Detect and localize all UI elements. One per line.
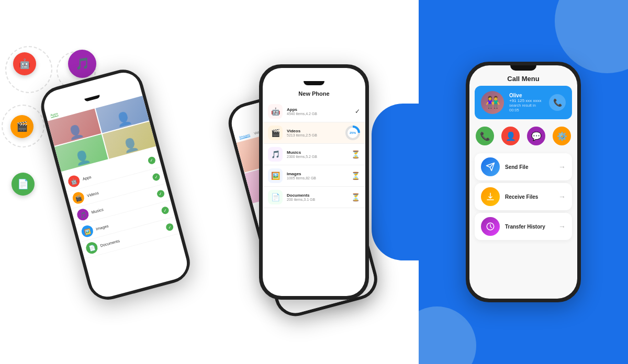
p2-progress-videos: 25% [345,126,360,140]
p2-item-images[interactable]: 🖼️ Images 1005 items,82 GB ⏳ [263,165,365,187]
contact-avatar: 👫 [481,91,504,114]
tab-apps[interactable]: Apps [50,111,59,118]
p2-apps-icon: 🤖 [268,104,283,119]
p2-hourglass-musics: ⏳ [351,150,360,158]
doc-icon: 📄 [12,173,35,196]
video-icon: 🎬 [10,115,33,138]
call-button[interactable]: 📞 [549,94,566,111]
p2-hourglass-images: ⏳ [351,172,360,180]
p2-images-icon: 🖼️ [268,168,283,183]
check-images: ✓ [161,206,170,215]
android-icon: 🤖 [13,52,36,75]
p2-documents-icon: 📄 [268,190,283,204]
right-section: Call Menu 👫 Olive +91 125 xxx xxxx searc… [419,0,628,364]
check-documents: ✓ [165,223,174,232]
action-buttons: 📞 👤 💬 ⚙️ [469,124,577,151]
phone3-screen: Call Menu 👫 Olive +91 125 xxx xxxx searc… [469,65,577,299]
contact-info: Olive +91 125 xxx xxxx search result in … [509,93,544,112]
p2-item-musics[interactable]: 🎵 Musics 2300 items,5.2 GB ⏳ [263,144,365,165]
receive-files-label: Receive Files [505,194,553,200]
phone2-notch [304,81,324,85]
call-action-btn[interactable]: 📞 [476,127,494,145]
phone2-title: New Phone [263,90,365,97]
receive-files-arrow: → [558,192,566,201]
p2-item-videos[interactable]: 🎬 Videos 5213 items,2.5 GB 25% [263,122,365,144]
videos-icon: 🎬 [71,191,85,205]
receive-files-menu-item[interactable]: Receive Files → [475,183,572,210]
check-videos: ✓ [152,173,161,181]
p2-musics-icon: 🎵 [268,147,283,162]
p2-images-info: Images 1005 items,82 GB [287,172,347,180]
middle-section: Images Videos Music New Phone [209,0,419,364]
p2-item-apps[interactable]: 🤖 Apps 4540 items,4.2 GB ✓ [263,101,365,122]
transfer-history-label: Transfer History [505,224,553,230]
p2-item-documents[interactable]: 📄 Documents 200 items,3.1 GB ⏳ [263,187,365,208]
send-file-arrow: → [558,163,566,171]
phone2-front-frame: New Phone 🤖 Apps 4540 items,4.2 GB ✓ 🎬 V… [259,64,369,300]
phone2-front-screen: New Phone 🤖 Apps 4540 items,4.2 GB ✓ 🎬 V… [263,68,365,296]
p2-videos-icon: 🎬 [268,126,283,140]
phone3-frame: Call Menu 👫 Olive +91 125 xxx xxxx searc… [466,62,581,302]
p2-musics-info: Musics 2300 items,5.2 GB [287,150,347,158]
phone3-notch [510,65,536,71]
music-icon: 🎵 [68,50,96,78]
p2-documents-info: Documents 200 items,3.1 GB [287,193,347,201]
settings-action-btn[interactable]: ⚙️ [553,127,571,145]
check-musics: ✓ [156,189,165,198]
message-action-btn[interactable]: 💬 [527,127,545,145]
transfer-history-icon [481,217,500,236]
p2-check-apps: ✓ [355,108,360,115]
p2-hourglass-docs: ⏳ [351,193,360,201]
receive-files-icon [481,187,500,206]
images-icon: 🖼️ [80,224,94,238]
contact-card[interactable]: 👫 Olive +91 125 xxx xxxx search result i… [475,86,572,119]
transfer-history-arrow: → [558,222,566,231]
phone3-title: Call Menu [469,71,577,86]
send-file-icon [481,157,500,176]
contact-action-btn[interactable]: 👤 [501,127,520,145]
transfer-history-menu-item[interactable]: Transfer History → [475,213,572,240]
apps-icon: 🤖 [67,174,81,188]
p2-videos-info: Videos 5213 items,2.5 GB [287,129,341,137]
left-section: 🤖 🎵 🎬 🖼️ 📄 📱 Apps [0,0,209,364]
send-file-label: Send File [505,164,553,170]
tab-images[interactable]: Images [239,133,251,140]
check-apps: ✓ [147,156,156,165]
phone2-wrapper: Images Videos Music New Phone [215,4,413,360]
documents-icon: 📄 [85,241,99,255]
musics-icon: 🎵 [76,208,90,222]
send-file-menu-item[interactable]: Send File → [475,153,572,180]
p2-apps-info: Apps 4540 items,4.2 GB [287,107,351,116]
